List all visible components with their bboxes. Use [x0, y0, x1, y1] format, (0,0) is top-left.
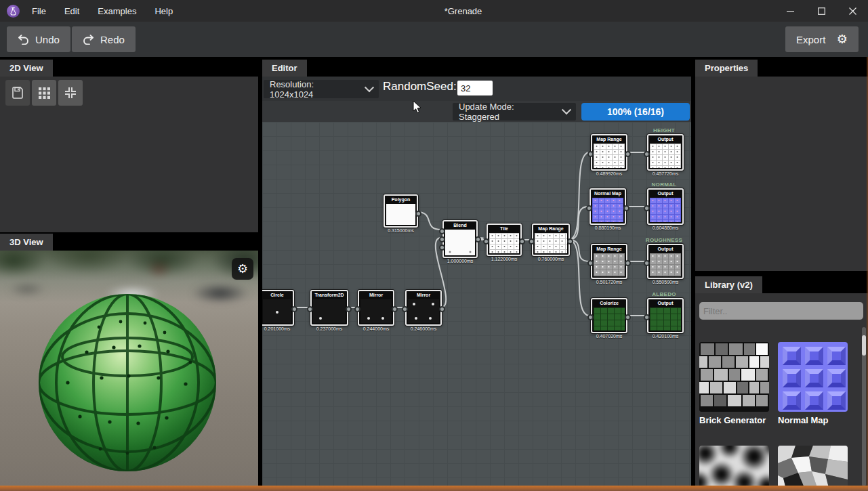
output-port[interactable] — [625, 260, 631, 266]
tab-library[interactable]: Library (v2) — [695, 276, 762, 293]
output-port[interactable] — [439, 306, 445, 312]
output-port[interactable] — [415, 211, 421, 217]
node-out_h[interactable]: Output0.457720ms — [647, 134, 684, 171]
node-preview — [594, 144, 625, 168]
input-port[interactable] — [483, 238, 489, 244]
output-port[interactable] — [346, 306, 352, 312]
output-port[interactable] — [625, 314, 631, 320]
node-out_a[interactable]: Output0.420100ms — [647, 298, 684, 333]
node-nmap[interactable]: Normal Map0.880190ms — [590, 188, 626, 225]
undo-label: Undo — [35, 34, 60, 45]
output-port[interactable] — [623, 205, 629, 211]
node-render-time: 0.420100ms — [642, 334, 689, 339]
input-port[interactable] — [587, 151, 594, 157]
node-preview — [592, 198, 623, 222]
window-title: *Grenade — [445, 6, 482, 16]
node-t2d[interactable]: Transform2D0.237000ms — [310, 290, 348, 326]
node-render-time: 0.457720ms — [642, 171, 689, 176]
gear-icon: ⚙ — [237, 263, 248, 275]
grid-toggle-button[interactable] — [32, 80, 56, 106]
node-maprange0[interactable]: Map Range0.760000ms — [532, 223, 570, 256]
minimize-icon[interactable] — [774, 0, 806, 22]
input-port[interactable] — [587, 260, 594, 266]
center-view-icon — [64, 86, 77, 100]
redo-button[interactable]: Redo — [72, 26, 136, 52]
update-mode-dropdown[interactable]: Update Mode: Staggered — [453, 103, 576, 121]
input-port[interactable] — [529, 238, 535, 244]
output-port[interactable] — [567, 238, 573, 244]
node-blend[interactable]: Blend1.000000ms — [442, 220, 478, 258]
view3d-panel[interactable]: ⚙ — [0, 251, 258, 486]
node-title: Transform2D — [312, 291, 347, 299]
input-port[interactable] — [644, 314, 650, 320]
node-mr_r[interactable]: Map Range0.501720ms — [591, 244, 627, 279]
material-preview-sphere[interactable] — [26, 281, 229, 484]
export-gear-icon[interactable]: ⚙ — [837, 33, 848, 45]
tab-editor[interactable]: Editor — [262, 60, 307, 77]
input-port[interactable] — [307, 306, 313, 312]
node-mr_h[interactable]: Map Range0.489920ms — [591, 134, 627, 171]
node-out_n[interactable]: Output0.604880ms — [647, 188, 684, 225]
center-view-button[interactable] — [58, 80, 83, 106]
node-out_r[interactable]: Output0.550590ms — [647, 244, 684, 279]
output-port[interactable] — [291, 306, 297, 312]
node-preview — [535, 233, 567, 253]
graph-edge — [569, 240, 590, 316]
menu-edit[interactable]: Edit — [64, 6, 79, 16]
node-mirror2[interactable]: Mirror0.246000ms — [405, 290, 442, 326]
export-button[interactable]: Export ⚙ — [785, 26, 859, 52]
input-port[interactable] — [439, 236, 445, 242]
library-item-noise[interactable] — [699, 446, 769, 486]
menu-file[interactable]: File — [32, 6, 46, 16]
library-scrollbar-thumb[interactable] — [862, 335, 866, 356]
input-port[interactable] — [354, 306, 360, 312]
library-item-normal-map[interactable]: Normal Map — [778, 342, 848, 425]
render-progress-button[interactable]: 100% (16/16) — [581, 103, 690, 121]
input-port[interactable] — [439, 228, 445, 234]
library-filter-input[interactable] — [699, 302, 863, 320]
node-title: Map Range — [592, 245, 626, 253]
tab-3d-view[interactable]: 3D View — [0, 234, 53, 251]
node-circle[interactable]: Circle0.201000ms — [262, 290, 294, 326]
node-render-time: 0.315000ms — [379, 228, 423, 233]
node-preview — [594, 307, 625, 330]
node-colorize[interactable]: Colorize0.407020ms — [591, 298, 627, 333]
input-port[interactable] — [587, 314, 594, 320]
resolution-dropdown[interactable]: Resolution: 1024x1024 — [264, 80, 379, 98]
node-tile[interactable]: Tile1.122000ms — [487, 223, 522, 256]
output-port[interactable] — [392, 306, 398, 312]
tab-properties[interactable]: Properties — [695, 60, 758, 77]
close-icon[interactable] — [837, 0, 868, 22]
output-port[interactable] — [519, 238, 525, 244]
menu-examples[interactable]: Examples — [98, 6, 136, 16]
random-seed-input[interactable] — [457, 81, 493, 95]
node-preview — [650, 144, 681, 168]
library-item-voronoi[interactable] — [778, 446, 848, 486]
menu-help[interactable]: Help — [154, 6, 173, 16]
input-port[interactable] — [644, 260, 650, 266]
node-mirror1[interactable]: Mirror0.244000ms — [358, 290, 394, 326]
node-render-time: 0.501720ms — [585, 280, 633, 284]
node-graph-canvas[interactable]: Polygon0.315000msCircle0.201000msTransfo… — [262, 122, 691, 486]
library-scrollbar[interactable] — [862, 327, 866, 486]
tab-2d-view[interactable]: 2D View — [0, 60, 53, 77]
node-preview — [489, 233, 519, 253]
node-polygon[interactable]: Polygon0.315000ms — [384, 194, 418, 228]
maximize-icon[interactable] — [806, 0, 837, 22]
view3d-settings-button[interactable]: ⚙ — [232, 258, 253, 280]
input-port[interactable] — [644, 205, 650, 211]
input-port[interactable] — [644, 151, 650, 157]
output-port[interactable] — [625, 151, 631, 157]
input-port[interactable] — [439, 244, 445, 251]
node-render-time: 0.407020ms — [585, 334, 633, 339]
undo-button[interactable]: Undo — [7, 26, 70, 52]
resolution-value: Resolution: 1024x1024 — [270, 79, 359, 100]
library-item-brick-generator[interactable]: Brick Generator — [699, 342, 769, 425]
node-title: Mirror — [359, 291, 393, 299]
input-port[interactable] — [402, 306, 408, 312]
input-port[interactable] — [586, 205, 592, 211]
save-button[interactable] — [5, 80, 30, 106]
node-title: Polygon — [385, 196, 417, 203]
output-port[interactable] — [475, 236, 481, 242]
node-title: Mirror — [407, 291, 440, 299]
